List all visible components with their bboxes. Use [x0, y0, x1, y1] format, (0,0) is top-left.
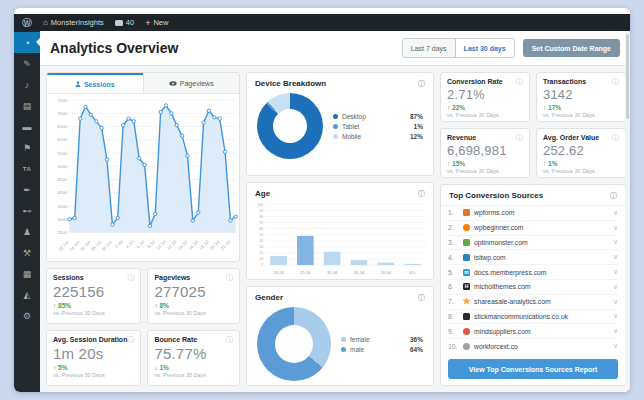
sidebar-item-text-tool[interactable]: TA: [14, 158, 40, 179]
source-row[interactable]: 1. wpforms.com ∨: [448, 206, 618, 221]
sidebar-item-appearance[interactable]: ✒: [14, 179, 40, 200]
source-row[interactable]: 2. wpbeginner.com ∨: [448, 221, 618, 236]
tab-sessions[interactable]: Sessions: [47, 73, 143, 93]
sidebar-item-plugins[interactable]: ⊷: [14, 200, 40, 221]
source-rank: 8.: [448, 313, 459, 320]
sidebar-item-tools[interactable]: ⚒: [14, 242, 40, 263]
chevron-down-icon[interactable]: ∨: [613, 342, 618, 350]
last-7-days-button[interactable]: Last 7 days: [403, 39, 455, 57]
source-domain: mindsuppliers.com: [474, 328, 531, 335]
sidebar-item-users[interactable]: ♟: [14, 221, 40, 242]
source-domain: stickmancommunications.co.uk: [474, 313, 568, 320]
stat-title: Avg. Session Duration: [53, 336, 127, 343]
stat-period: vs. Previous 30 Days: [447, 112, 523, 118]
source-row[interactable]: 5. m docs.memberpress.com ∨: [448, 265, 618, 280]
source-domain: micholthemes.com: [474, 283, 531, 290]
last-30-days-button[interactable]: Last 30 days: [455, 39, 514, 57]
source-row[interactable]: 8. stickmancommunications.co.uk ∨: [448, 310, 618, 325]
source-rank: 2.: [448, 224, 459, 231]
info-icon[interactable]: ⓘ: [516, 78, 523, 85]
info-icon[interactable]: ⓘ: [127, 336, 134, 343]
info-icon[interactable]: ⓘ: [127, 274, 134, 281]
view-sources-report-button[interactable]: View Top Conversions Sources Report: [448, 359, 618, 379]
chevron-down-icon[interactable]: ∨: [613, 238, 618, 246]
stat-change-pct: 17%: [548, 104, 561, 111]
top-conversion-sources-panel: Top Conversion Sourcesⓘ 1. wpforms.com ∨…: [440, 184, 626, 386]
sidebar-item-comments[interactable]: ▬: [14, 116, 40, 137]
stat-period: vs. Previous 30 Days: [447, 168, 523, 174]
chevron-down-icon[interactable]: ∨: [613, 253, 618, 261]
sidebar-item-icon: ◔: [24, 38, 29, 48]
site-favicon-icon: H: [463, 283, 470, 290]
tab-pageviews[interactable]: Pageviews: [143, 73, 240, 93]
source-domain: shareasale-analytics.com: [474, 298, 551, 305]
sessions-chart: 2500300035004000450050005500600065007000…: [47, 94, 239, 261]
sidebar-item-media[interactable]: ♪: [14, 74, 40, 95]
sidebar-item-icon: ▦: [23, 269, 32, 279]
new-content-link[interactable]: +New: [145, 18, 168, 28]
wp-logo-menu[interactable]: Ⓦ: [22, 18, 32, 28]
stat-change: ↑ 17%: [543, 104, 619, 111]
sidebar-item-icon: TA: [23, 166, 32, 172]
stat-change-pct: 1%: [548, 160, 557, 167]
chevron-down-icon[interactable]: ∨: [613, 312, 618, 320]
stat-card: Sessions ⓘ 225156 ↑ 85% vs. Previous 30 …: [46, 268, 141, 324]
source-row[interactable]: 4. isitwp.com ∨: [448, 250, 618, 265]
source-row[interactable]: 3. optinmonster.com ∨: [448, 236, 618, 251]
sidebar-item-settings[interactable]: ▦: [14, 263, 40, 284]
info-icon[interactable]: ⓘ: [226, 274, 233, 281]
site-name-link[interactable]: ⌂MonsterInsights: [43, 18, 104, 27]
svg-text:2 Jul: 2 Jul: [114, 239, 124, 249]
stat-change: ↑ 22%: [447, 104, 523, 111]
info-icon[interactable]: ⓘ: [516, 134, 523, 141]
source-domain: optinmonster.com: [474, 239, 528, 246]
chevron-down-icon[interactable]: ∨: [613, 283, 618, 291]
dashboard-grid: Sessions Pageviews 250030003500400045005…: [40, 66, 630, 392]
source-row[interactable]: 7. ★ shareasale-analytics.com ∨: [448, 295, 618, 310]
age-bar-chart: 010203040506070809010018-2425-3435-4445-…: [247, 201, 433, 279]
info-icon[interactable]: ⓘ: [612, 78, 619, 85]
sidebar-item-feedback[interactable]: ⚑: [14, 137, 40, 158]
site-favicon-icon: [463, 328, 470, 335]
device-donut-chart: [257, 93, 323, 159]
stat-title: Revenue: [447, 134, 476, 141]
stat-change-pct: 5%: [58, 364, 67, 371]
info-icon[interactable]: ⓘ: [612, 134, 619, 141]
trend-arrow-icon: ↑: [53, 364, 56, 371]
info-icon[interactable]: ⓘ: [610, 192, 617, 199]
sidebar-item-options[interactable]: ⚙: [14, 305, 40, 326]
info-icon[interactable]: ⓘ: [418, 80, 425, 87]
source-row[interactable]: 9. mindsuppliers.com ∨: [448, 324, 618, 339]
sidebar-item-insights[interactable]: ◭: [14, 284, 40, 305]
chevron-down-icon[interactable]: ∨: [613, 268, 618, 276]
stat-value: 75.77%: [154, 345, 233, 362]
source-rank: 7.: [448, 298, 459, 305]
comments-link[interactable]: 40: [115, 18, 134, 27]
sidebar-item-posts[interactable]: ✎: [14, 53, 40, 74]
chevron-down-icon[interactable]: ∨: [613, 327, 618, 335]
page-title: Analytics Overview: [50, 40, 178, 56]
source-row[interactable]: 10. workforcext.co ∨: [448, 339, 618, 353]
stat-card: Pageviews ⓘ 277025 ↑ 8% vs. Previous 30 …: [147, 268, 240, 324]
chevron-down-icon[interactable]: ∨: [613, 224, 618, 232]
info-icon[interactable]: ⓘ: [226, 336, 233, 343]
source-row[interactable]: 6. H micholthemes.com ∨: [448, 280, 618, 295]
info-icon[interactable]: ⓘ: [418, 190, 425, 197]
scrollbar-thumb[interactable]: [626, 34, 629, 119]
plus-icon: +: [145, 18, 150, 28]
stat-value: 6,698,981: [447, 143, 523, 158]
stat-change: ↑ 15%: [447, 160, 523, 167]
svg-text:12 Jul: 12 Jul: [166, 239, 178, 251]
scrollbar[interactable]: [625, 31, 630, 392]
source-rank: 10.: [448, 343, 459, 350]
stat-value: 225156: [53, 283, 134, 300]
sidebar-item-dashboard[interactable]: ◔: [14, 32, 40, 53]
chevron-down-icon[interactable]: ∨: [613, 209, 618, 217]
sidebar-item-pages[interactable]: ▤: [14, 95, 40, 116]
info-icon[interactable]: ⓘ: [418, 294, 425, 301]
stat-period: vs. Previous 30 Days: [543, 112, 619, 118]
sidebar-item-icon: ◭: [24, 290, 31, 300]
svg-text:3000: 3000: [57, 217, 68, 222]
chevron-down-icon[interactable]: ∨: [613, 298, 618, 306]
set-custom-date-range-button[interactable]: Set Custom Date Range: [523, 39, 620, 57]
